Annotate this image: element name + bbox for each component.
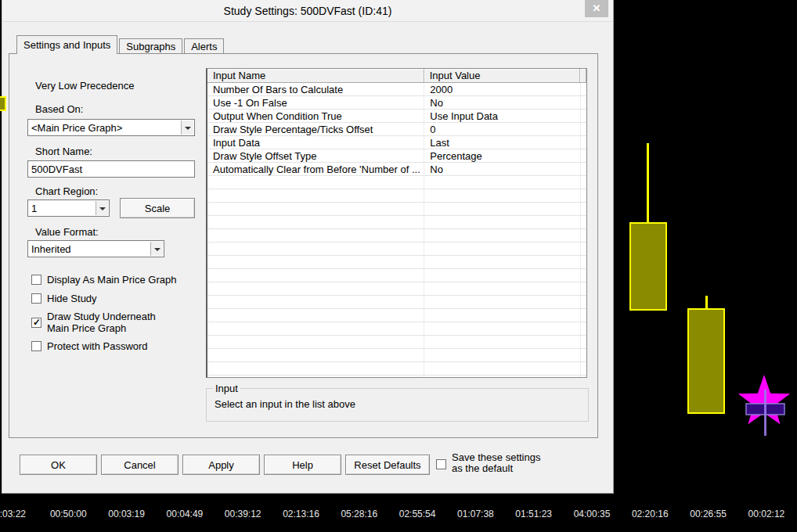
value-format-label: Value Format: (35, 226, 99, 238)
checkbox-box[interactable] (31, 341, 41, 351)
candle-body (688, 309, 724, 413)
table-row-empty (207, 269, 586, 282)
table-row[interactable]: Output When Condition TrueUse Input Data (207, 110, 586, 123)
time-axis-label: 01:51:23 (515, 509, 552, 519)
scale-button[interactable]: Scale (120, 198, 195, 218)
time-axis-label: 00:02:12 (748, 509, 785, 519)
checkbox-box[interactable] (31, 293, 41, 304)
table-row-empty (207, 176, 586, 189)
table-row-empty (207, 322, 586, 336)
time-axis-label: 02:20:16 (632, 509, 669, 519)
table-row-empty (207, 216, 586, 229)
value-format-dropdown[interactable]: Inherited (27, 240, 164, 257)
settings-tab-page: Very Low Precedence Based On: <Main Pric… (9, 53, 598, 438)
based-on-value: <Main Price Graph> (31, 122, 122, 134)
chart-region-label: Chart Region: (35, 185, 98, 197)
edge-candle-fragment (0, 96, 7, 111)
chevron-down-icon[interactable] (150, 242, 163, 256)
table-row-empty (207, 336, 586, 349)
candle-body (630, 223, 666, 310)
cancel-button[interactable]: Cancel (101, 455, 179, 475)
dialog-title: Study Settings: 500DVFast (ID:41) (2, 5, 613, 17)
time-axis-label: 00:39:12 (225, 509, 261, 519)
time-axis-label: 00:26:55 (690, 509, 727, 519)
column-header-filler (580, 69, 586, 82)
marker-line (764, 390, 766, 436)
chart-region-dropdown[interactable]: 1 (27, 200, 110, 217)
tab-settings-and-inputs[interactable]: Settings and Inputs (16, 35, 117, 54)
checkbox-box[interactable] (31, 275, 41, 285)
table-row[interactable]: Draw Style Percentage/Ticks Offset0 (207, 123, 586, 136)
inputs-table-header: Input Name Input Value (207, 69, 586, 83)
input-group-box: Input Select an input in the list above (206, 388, 589, 422)
table-row-empty (207, 309, 586, 322)
tab-strip: Settings and Inputs Subgraphs Alerts (16, 35, 225, 54)
time-axis-label: 0:03:22 (0, 509, 26, 519)
help-button[interactable]: Help (264, 455, 341, 475)
table-row-empty (207, 349, 586, 362)
column-header-input-value[interactable]: Input Value (424, 69, 580, 82)
tab-subgraphs[interactable]: Subgraphs (119, 38, 182, 54)
table-row-empty (207, 362, 586, 376)
table-row[interactable]: Automatically Clear from Before 'Number … (207, 163, 586, 176)
time-axis-label: 00:04:49 (167, 509, 204, 519)
table-row-empty (207, 282, 586, 296)
time-axis-label: 04:00:35 (574, 509, 611, 519)
time-axis-label: 00:50:00 (50, 509, 87, 519)
ok-button[interactable]: OK (20, 455, 97, 475)
apply-button[interactable]: Apply (182, 455, 260, 475)
close-icon[interactable]: ✕ (585, 0, 608, 17)
table-row-empty (207, 203, 586, 216)
checkbox-label: Protect with Password (47, 340, 148, 352)
value-format-value: Inherited (31, 243, 71, 255)
inputs-table-body: Number Of Bars to Calculate2000Use -1 On… (207, 83, 586, 378)
chevron-down-icon[interactable] (96, 201, 108, 215)
table-row-empty (207, 243, 586, 256)
checkbox-box[interactable] (31, 318, 41, 328)
time-axis-label: 02:55:54 (399, 509, 436, 519)
checkbox-label: Draw Study Underneath Main Price Graph (47, 311, 176, 334)
table-row[interactable]: Input DataLast (207, 136, 586, 149)
table-row-empty (207, 256, 586, 269)
table-row-empty (207, 296, 586, 309)
dialog-titlebar[interactable]: Study Settings: 500DVFast (ID:41) ✕ (2, 0, 613, 22)
chart-region-value: 1 (31, 203, 37, 214)
table-row-empty (207, 189, 586, 203)
column-header-input-name[interactable]: Input Name (207, 69, 424, 82)
study-settings-dialog: Study Settings: 500DVFast (ID:41) ✕ Sett… (2, 0, 614, 494)
table-row[interactable]: Use -1 On FalseNo (207, 96, 586, 110)
candle-wick (647, 143, 649, 225)
short-name-value: 500DVFast (31, 164, 82, 175)
inputs-table: Input Name Input Value Number Of Bars to… (206, 68, 587, 378)
tab-alerts[interactable]: Alerts (184, 38, 224, 54)
table-row[interactable]: Draw Style Offset TypePercentage (207, 149, 586, 163)
chevron-down-icon[interactable] (181, 120, 193, 135)
save-checkbox-label: Save these settings as the default (452, 452, 540, 474)
short-name-label: Short Name: (35, 146, 92, 157)
checkbox-box[interactable] (436, 459, 446, 469)
time-axis: 0:03:2200:50:0000:03:1900:04:4900:39:120… (0, 504, 797, 524)
short-name-input[interactable]: 500DVFast (27, 160, 195, 178)
reset-defaults-button[interactable]: Reset Defaults (345, 455, 430, 475)
time-axis-label: 01:07:38 (457, 509, 494, 519)
time-axis-label: 05:28:16 (341, 509, 377, 519)
based-on-label: Based On: (35, 103, 83, 115)
checkbox-label: Display As Main Price Graph (47, 274, 176, 286)
input-group-title: Input (213, 383, 240, 394)
time-axis-label: 00:03:19 (108, 509, 145, 519)
checkbox-label: Hide Study (47, 293, 97, 304)
table-row-empty (207, 229, 586, 243)
table-row[interactable]: Number Of Bars to Calculate2000 (207, 83, 586, 96)
time-axis-label: 02:13:16 (283, 509, 319, 519)
input-group-message: Select an input in the list above (215, 398, 355, 410)
table-row-empty (207, 376, 586, 378)
precedence-text: Very Low Precedence (35, 80, 134, 92)
based-on-dropdown[interactable]: <Main Price Graph> (27, 119, 195, 136)
